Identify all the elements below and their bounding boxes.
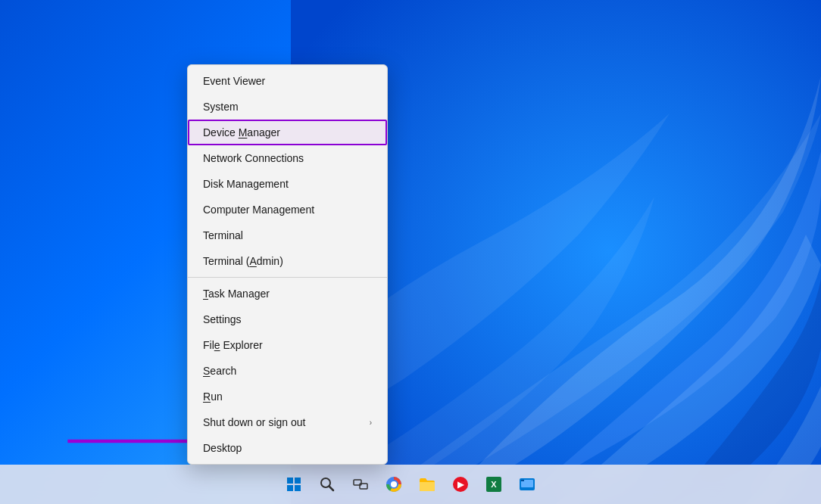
- chrome-icon[interactable]: [379, 469, 409, 499]
- file-explorer-icon[interactable]: [412, 469, 442, 499]
- menu-item-network-connections[interactable]: Network Connections: [188, 145, 387, 171]
- menu-item-file-explorer[interactable]: File Explorer: [188, 332, 387, 358]
- submenu-arrow-icon: ›: [370, 418, 372, 427]
- menu-item-system[interactable]: System: [188, 94, 387, 120]
- svg-text:X: X: [491, 480, 497, 489]
- context-menu: Event Viewer System Device Manager Netwo…: [187, 64, 388, 465]
- excel-icon[interactable]: X: [479, 469, 509, 499]
- menu-separator: [188, 277, 387, 278]
- taskbar: ▶ X: [0, 465, 821, 504]
- menu-item-device-manager[interactable]: Device Manager: [188, 120, 387, 145]
- menu-item-desktop[interactable]: Desktop: [188, 435, 387, 461]
- menu-item-computer-management[interactable]: Computer Management: [188, 197, 387, 222]
- menu-item-event-viewer[interactable]: Event Viewer: [188, 68, 387, 94]
- svg-rect-20: [521, 480, 524, 481]
- menu-item-terminal[interactable]: Terminal: [188, 222, 387, 248]
- menu-item-shutdown[interactable]: Shut down or sign out ›: [188, 409, 387, 435]
- start-button[interactable]: [279, 469, 309, 499]
- menu-item-disk-management[interactable]: Disk Management: [188, 171, 387, 197]
- menu-item-search[interactable]: Search: [188, 358, 387, 384]
- svg-rect-5: [287, 485, 293, 491]
- svg-rect-4: [295, 478, 301, 484]
- search-taskbar-button[interactable]: [312, 469, 342, 499]
- svg-rect-6: [295, 485, 301, 491]
- menu-item-run[interactable]: Run: [188, 384, 387, 409]
- desktop: Event Viewer System Device Manager Netwo…: [0, 0, 821, 504]
- svg-point-13: [392, 482, 397, 487]
- svg-rect-3: [287, 478, 293, 484]
- menu-item-terminal-admin[interactable]: Terminal (Admin): [188, 248, 387, 274]
- svg-line-8: [329, 487, 334, 491]
- app2-icon[interactable]: [512, 469, 542, 499]
- menu-item-task-manager[interactable]: Task Manager: [188, 281, 387, 306]
- menu-item-settings[interactable]: Settings: [188, 306, 387, 332]
- app-red-icon[interactable]: ▶: [445, 469, 476, 499]
- task-view-button[interactable]: [345, 469, 376, 499]
